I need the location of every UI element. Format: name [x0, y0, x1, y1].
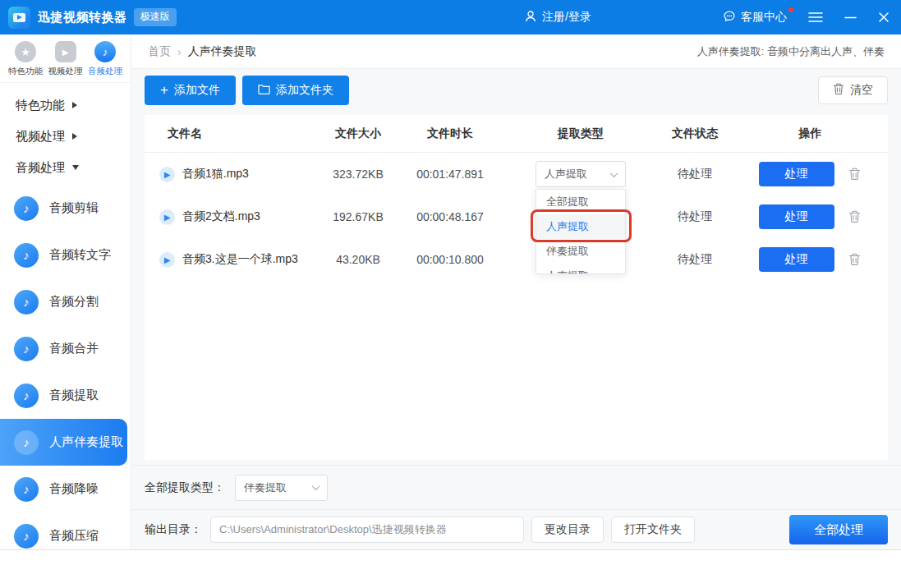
tab-featured[interactable]: ★ 特色功能 [7, 41, 44, 77]
add-file-button[interactable]: + 添加文件 [145, 76, 236, 105]
file-duration: 00:00:48.167 [396, 210, 504, 223]
hamburger-icon [808, 11, 823, 23]
app-title: 迅捷视频转换器 [38, 10, 127, 25]
login-button[interactable]: 注册/登录 [524, 10, 591, 25]
sidebar-item-vocal-accompaniment-extract[interactable]: ♪ 人声伴奏提取 [0, 419, 127, 466]
output-dir-label: 输出目录： [145, 522, 202, 537]
breadcrumb-home[interactable]: 首页 [148, 44, 171, 59]
breadcrumb-separator: › [177, 45, 182, 58]
file-size: 323.72KB [320, 168, 396, 181]
table-row: ▶ 音频2文档.mp3 192.67KB 00:00:48.167 待处理 处理 [145, 195, 888, 238]
vocal-extract-icon: ♪ [14, 430, 39, 455]
chat-bubble-icon [723, 10, 736, 25]
audio-denoise-icon: ♪ [14, 477, 39, 502]
dropdown-option-accompaniment[interactable]: 伴奏提取 [536, 239, 625, 264]
output-row: 输出目录： 更改目录 打开文件夹 全部处理 [131, 509, 901, 549]
close-icon [878, 11, 890, 23]
chevron-right-icon [72, 133, 77, 140]
trash-icon [848, 210, 861, 223]
trash-icon [848, 253, 861, 266]
feature-description: 人声伴奏提取: 音频中分离出人声、伴奏 [697, 44, 885, 59]
table-row: ▶ 音频3.这是一个球.mp3 43.20KB 00:00:10.800 待处理… [145, 238, 888, 281]
group-audio-processing[interactable]: 音频处理 [0, 152, 131, 183]
sidebar-item-audio-to-text[interactable]: ♪ 音频转文字 [0, 232, 131, 278]
sidebar-item-audio-merge[interactable]: ♪ 音频合并 [0, 325, 131, 372]
file-duration: 00:01:47.891 [396, 168, 504, 181]
process-all-button[interactable]: 全部处理 [789, 515, 888, 544]
open-folder-button[interactable]: 打开文件夹 [611, 517, 695, 543]
minimize-button[interactable] [844, 11, 857, 23]
star-icon: ★ [15, 41, 36, 62]
batch-type-select[interactable]: 伴奏提取 [235, 475, 328, 501]
clipped-underlying-select: 人声提取 [536, 264, 625, 274]
audio-extract-icon: ♪ [14, 384, 39, 408]
tab-video-processing[interactable]: ▶ 视频处理 [47, 41, 85, 77]
file-size: 43.20KB [320, 253, 396, 266]
delete-row-button[interactable] [847, 166, 862, 182]
notification-dot [788, 7, 793, 12]
user-icon [524, 10, 537, 25]
app-window: 迅捷视频转换器 极速版 注册/登录 客服中心 ★ [0, 0, 901, 550]
dropdown-option-all[interactable]: 全部提取 [536, 190, 625, 214]
audio-split-icon: ♪ [14, 290, 39, 315]
sidebar-item-audio-extract[interactable]: ♪ 音频提取 [0, 372, 131, 419]
breadcrumb-current: 人声伴奏提取 [188, 44, 257, 59]
sidebar: ★ 特色功能 ▶ 视频处理 ♪ 音频处理 特色功能 视频处理 音频处理 [0, 34, 131, 549]
sidebar-item-audio-split[interactable]: ♪ 音频分割 [0, 278, 131, 325]
sidebar-item-audio-compress[interactable]: ♪ 音频压缩 [0, 512, 131, 559]
group-video-processing[interactable]: 视频处理 [0, 121, 131, 152]
video-icon: ▶ [55, 41, 76, 62]
dropdown-option-vocal[interactable]: 人声提取 [536, 214, 625, 239]
plus-icon: + [160, 83, 168, 97]
file-name: 音频1猫.mp3 [182, 167, 249, 181]
file-size: 192.67KB [320, 210, 396, 223]
batch-type-label: 全部提取类型： [145, 480, 225, 495]
app-logo-icon [8, 7, 30, 29]
music-note-icon: ♪ [94, 41, 116, 62]
sidebar-tabstrip: ★ 特色功能 ▶ 视频处理 ♪ 音频处理 [0, 34, 131, 83]
chevron-down-icon [312, 482, 320, 490]
tab-audio-processing[interactable]: ♪ 音频处理 [86, 41, 124, 77]
audio-merge-icon: ♪ [14, 337, 39, 361]
folder-icon [258, 84, 270, 97]
process-button[interactable]: 处理 [759, 162, 834, 186]
breadcrumb: 首页 › 人声伴奏提取 人声伴奏提取: 音频中分离出人声、伴奏 [131, 34, 901, 69]
main-area: 首页 › 人声伴奏提取 人声伴奏提取: 音频中分离出人声、伴奏 + 添加文件 添… [131, 34, 901, 549]
process-button[interactable]: 处理 [759, 247, 834, 272]
toolbar: + 添加文件 添加文件夹 清空 [145, 76, 888, 105]
edition-badge: 极速版 [134, 8, 177, 26]
change-dir-button[interactable]: 更改目录 [531, 517, 604, 543]
support-label: 客服中心 [741, 10, 787, 25]
delete-row-button[interactable] [847, 251, 862, 268]
chevron-right-icon [72, 102, 77, 108]
process-button[interactable]: 处理 [759, 204, 834, 229]
clear-button[interactable]: 清空 [818, 76, 888, 104]
chevron-down-icon [72, 165, 79, 170]
sidebar-item-audio-denoise[interactable]: ♪ 音频降噪 [0, 466, 131, 512]
titlebar: 迅捷视频转换器 极速版 注册/登录 客服中心 [0, 0, 901, 34]
audio-clip-icon: ♪ [14, 196, 39, 221]
file-table: 文件名 文件大小 文件时长 提取类型 文件状态 操作 ▶ 音频1猫.mp3 32… [145, 115, 888, 460]
close-button[interactable] [878, 11, 890, 23]
extract-type-dropdown-list: 全部提取 人声提取 伴奏提取 人声提取 [536, 189, 626, 274]
output-path-input[interactable] [210, 517, 524, 543]
add-folder-button[interactable]: 添加文件夹 [242, 76, 349, 105]
file-name: 音频3.这是一个球.mp3 [182, 252, 298, 267]
sidebar-item-audio-clip[interactable]: ♪ 音频剪辑 [0, 185, 131, 232]
play-icon[interactable]: ▶ [159, 209, 175, 225]
group-featured[interactable]: 特色功能 [0, 90, 131, 121]
sidebar-groups: 特色功能 视频处理 音频处理 [0, 83, 131, 185]
minimize-icon [844, 11, 857, 23]
chevron-down-icon [610, 169, 618, 177]
play-icon[interactable]: ▶ [159, 252, 175, 268]
support-center-button[interactable]: 客服中心 [723, 10, 787, 25]
batch-type-row: 全部提取类型： 伴奏提取 [131, 465, 901, 509]
content: + 添加文件 添加文件夹 清空 文件名 [131, 69, 901, 549]
login-label: 注册/登录 [542, 10, 591, 25]
table-header: 文件名 文件大小 文件时长 提取类型 文件状态 操作 [145, 115, 888, 153]
delete-row-button[interactable] [847, 209, 862, 225]
extract-type-select[interactable]: 人声提取 [536, 161, 626, 187]
play-icon[interactable]: ▶ [159, 167, 175, 182]
trash-icon [848, 168, 861, 181]
menu-button[interactable] [808, 11, 823, 23]
